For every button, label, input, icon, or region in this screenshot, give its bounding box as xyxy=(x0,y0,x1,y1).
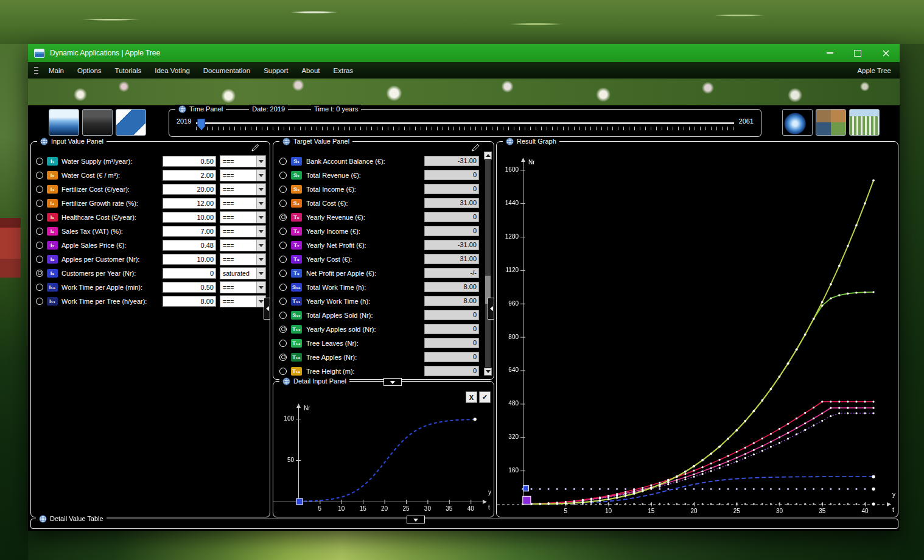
radio-button[interactable] xyxy=(36,284,43,291)
table-bar-title: Detail Value Table xyxy=(50,514,103,523)
minimize-button[interactable] xyxy=(816,44,844,62)
radio-button[interactable] xyxy=(36,270,43,277)
input-panel-legend: Input Value Panel xyxy=(37,137,107,146)
detail-value-table-bar: Detail Value Table xyxy=(30,519,898,529)
input-mode-dropdown[interactable]: === xyxy=(220,239,266,251)
radio-button[interactable] xyxy=(279,270,287,277)
target-panel-collapse-button[interactable] xyxy=(488,298,494,320)
menu-item-extras[interactable]: Extras xyxy=(327,67,360,74)
radio-button[interactable] xyxy=(279,312,287,319)
menu-item-idea-voting[interactable]: Idea Voting xyxy=(148,67,197,74)
close-button[interactable] xyxy=(872,44,900,62)
input-mode-dropdown[interactable]: === xyxy=(220,169,266,181)
radio-button[interactable] xyxy=(279,214,287,221)
input-value-field[interactable] xyxy=(163,282,216,293)
scroll-down-button[interactable] xyxy=(484,368,492,376)
input-value-field[interactable] xyxy=(163,254,216,265)
detail-cancel-button[interactable]: X xyxy=(466,391,477,403)
radio-button[interactable] xyxy=(36,228,43,235)
legend-spacer xyxy=(288,109,311,110)
radio-button[interactable] xyxy=(36,200,43,207)
radio-button[interactable] xyxy=(279,186,287,193)
radio-button[interactable] xyxy=(36,158,43,165)
input-value-field[interactable] xyxy=(163,170,216,181)
radio-button[interactable] xyxy=(36,186,43,193)
toolbar-thumbnail-sky[interactable] xyxy=(49,109,79,136)
input-value-field[interactable] xyxy=(163,296,216,307)
time-slider-row: 2019 2061 xyxy=(177,117,754,132)
radio-button[interactable] xyxy=(36,214,43,221)
edit-input-values-button[interactable] xyxy=(249,143,261,153)
detail-apply-button[interactable]: ✓ xyxy=(479,391,491,403)
detail-panel-collapse-button[interactable] xyxy=(383,378,402,386)
input-value-field[interactable] xyxy=(163,184,216,195)
edit-target-values-button[interactable] xyxy=(469,143,481,153)
scroll-up-button[interactable] xyxy=(484,152,492,159)
radio-button[interactable] xyxy=(279,158,287,165)
input-value-field[interactable] xyxy=(163,212,216,223)
radio-button[interactable] xyxy=(279,200,287,207)
input-mode-dropdown[interactable]: === xyxy=(220,183,266,195)
radio-button[interactable] xyxy=(36,298,43,305)
toolbar-thumbnail-logo[interactable] xyxy=(116,109,146,136)
menu-item-main[interactable]: Main xyxy=(42,67,71,74)
detail-input-graph[interactable] xyxy=(273,390,493,515)
radio-button[interactable] xyxy=(279,172,287,179)
target-scrollbar[interactable] xyxy=(484,152,492,376)
menu-item-documentation[interactable]: Documentation xyxy=(197,67,257,74)
input-row: i₄ Fertilizer Growth rate (%): === xyxy=(31,196,270,210)
input-value-field[interactable] xyxy=(163,156,216,167)
toolbar-thumbnail-earth[interactable] xyxy=(782,109,813,136)
input-mode-dropdown[interactable]: === xyxy=(220,155,266,167)
target-badge: T₈ xyxy=(291,255,302,264)
detail-input-panel: Detail Input Panel X ✓ xyxy=(273,381,494,517)
input-value-field[interactable] xyxy=(163,240,216,251)
input-mode-dropdown[interactable]: === xyxy=(220,211,266,223)
target-label: Tree Leaves (Nr): xyxy=(306,340,420,347)
radio-button[interactable] xyxy=(36,242,43,249)
radio-button[interactable] xyxy=(279,256,287,263)
dropdown-value: === xyxy=(220,158,256,165)
menu-item-tutorials[interactable]: Tutorials xyxy=(108,67,149,74)
input-mode-dropdown[interactable]: === xyxy=(220,197,266,209)
input-mode-dropdown[interactable]: === xyxy=(220,295,266,307)
time-slider[interactable] xyxy=(196,117,733,132)
slider-track[interactable] xyxy=(196,122,733,124)
radio-button[interactable] xyxy=(279,368,287,375)
target-value: 31.00 xyxy=(424,254,479,264)
input-label: Sales Tax (VAT) (%): xyxy=(61,228,159,235)
radio-button[interactable] xyxy=(279,298,287,305)
legend-spacer xyxy=(226,109,249,110)
menu-item-about[interactable]: About xyxy=(295,67,326,74)
time-panel-title-group: Time Panel xyxy=(175,105,226,114)
result-graph[interactable] xyxy=(497,150,897,515)
input-panel-collapse-button[interactable] xyxy=(264,298,270,320)
radio-button[interactable] xyxy=(279,340,287,347)
target-value: 0 xyxy=(424,324,479,334)
toolbar-thumbnail-collage[interactable] xyxy=(816,109,846,136)
input-badge: i₁ xyxy=(47,157,58,166)
input-mode-dropdown[interactable]: === xyxy=(220,225,266,237)
input-mode-dropdown[interactable]: === xyxy=(220,253,266,265)
scrollbar-track[interactable] xyxy=(485,160,491,367)
input-mode-dropdown[interactable]: saturated xyxy=(220,267,266,279)
table-bar-expand-button[interactable] xyxy=(407,516,425,523)
input-mode-dropdown[interactable]: === xyxy=(220,281,266,293)
radio-button[interactable] xyxy=(279,284,287,291)
radio-button[interactable] xyxy=(279,354,287,361)
target-label: Total Apples Sold (Nr): xyxy=(306,312,420,319)
toolbar-thumbnail-building[interactable] xyxy=(849,109,880,136)
radio-button[interactable] xyxy=(279,228,287,235)
radio-button[interactable] xyxy=(279,326,287,333)
toolbar-thumbnail-dark[interactable] xyxy=(82,109,113,136)
radio-button[interactable] xyxy=(36,172,43,179)
input-value-field[interactable] xyxy=(163,226,216,237)
maximize-button[interactable] xyxy=(844,44,872,62)
input-value-field[interactable] xyxy=(163,198,216,209)
menu-item-support[interactable]: Support xyxy=(257,67,295,74)
radio-button[interactable] xyxy=(279,242,287,249)
menu-item-options[interactable]: Options xyxy=(71,67,108,74)
input-row: i₁ Water Supply (m³/year): === xyxy=(31,154,270,168)
input-value-field[interactable] xyxy=(163,268,216,279)
radio-button[interactable] xyxy=(36,256,43,263)
